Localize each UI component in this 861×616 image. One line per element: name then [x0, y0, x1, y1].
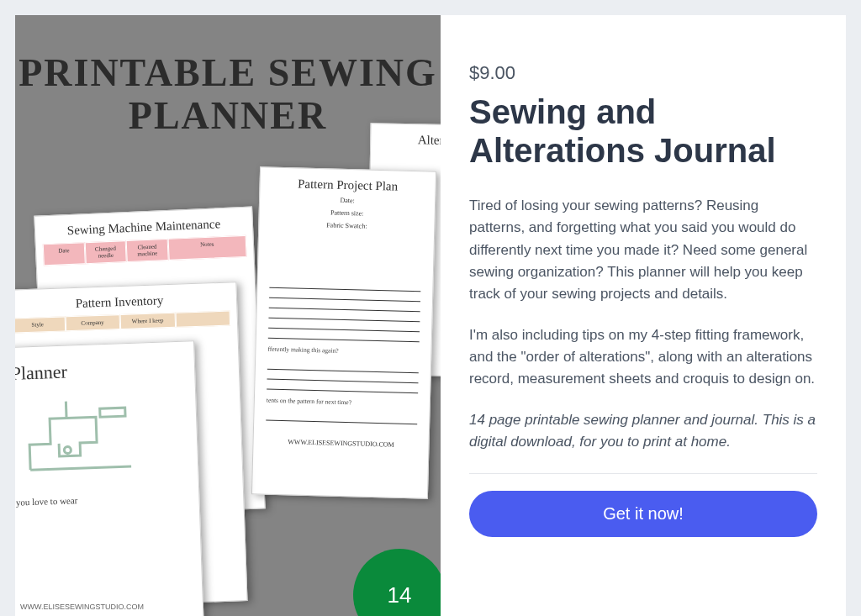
- product-title: Sewing and Alterations Journal: [469, 92, 817, 170]
- page-title: wing Planner: [15, 341, 195, 387]
- svg-rect-0: [100, 408, 125, 417]
- page-count-badge: 14: [353, 549, 441, 616]
- product-image-panel: PRINTABLE SEWING PLANNER Alterations Re …: [15, 15, 441, 616]
- svg-point-1: [64, 446, 71, 453]
- page-title: Alterations Re: [371, 124, 441, 150]
- product-card: PRINTABLE SEWING PLANNER Alterations Re …: [15, 15, 846, 616]
- mockup-page-patternplan: Pattern Project Plan Date: Pattern size:…: [251, 166, 436, 498]
- product-description-1: Tired of losing your sewing patterns? Re…: [469, 195, 817, 306]
- page-field: Item:: [371, 148, 441, 164]
- watermark-url: WWW.ELISESEWINGSTUDIO.COM: [20, 603, 144, 611]
- page-footer-url: WWW.ELISESEWINGSTUDIO.COM: [253, 425, 429, 454]
- divider: [469, 473, 817, 474]
- product-description-2: I'm also including tips on my 4-step fit…: [469, 324, 817, 391]
- get-it-now-button[interactable]: Get it now!: [469, 491, 817, 537]
- mockup-page-cover: wing Planner ter clothes you love to wea…: [15, 340, 206, 616]
- product-price: $9.00: [469, 62, 817, 84]
- sewing-machine-icon: [19, 391, 140, 479]
- product-note: 14 page printable sewing planner and jou…: [469, 409, 817, 454]
- product-details: $9.00 Sewing and Alterations Journal Tir…: [441, 15, 846, 616]
- ruled-lines: [256, 272, 433, 347]
